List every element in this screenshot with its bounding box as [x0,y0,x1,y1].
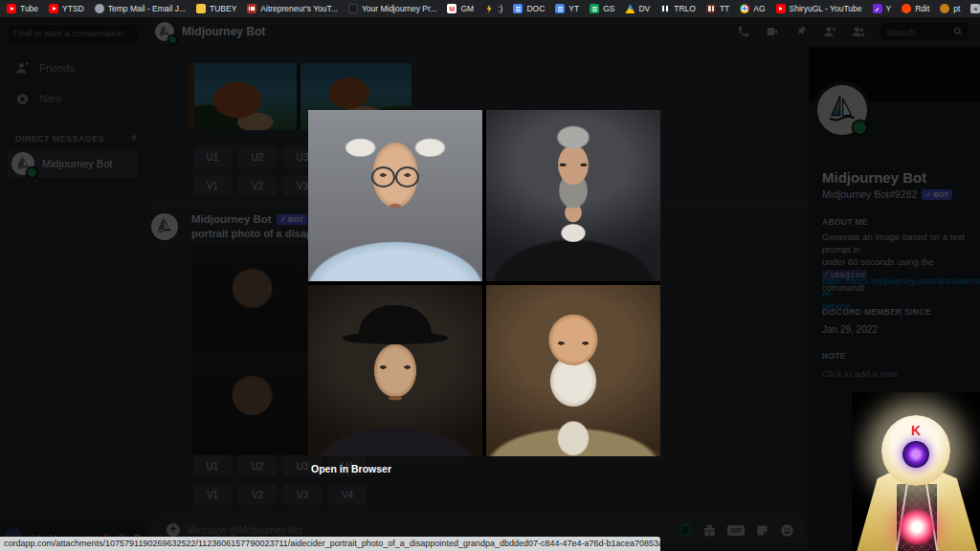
tab-label: TRLO [674,4,696,13]
youtube-icon [49,4,58,13]
browser-tab[interactable]: TRLO [656,1,701,16]
tab-label: Tube [20,4,38,13]
lightning-icon [484,4,494,13]
purple-square-icon: ✓ [873,4,882,13]
tab-label: :) [498,4,502,13]
browser-tab[interactable]: ✓Y [868,1,897,16]
tab-label: TT [720,4,729,13]
mascot-chest-orb [899,509,935,545]
mascot-overlay: K [852,392,980,551]
browser-tab[interactable]: ShiryuGL - YouTube [771,1,867,16]
browser-tab[interactable]: TT [702,1,734,16]
tab-label: Aitrepreneur's YouT... [260,4,338,13]
mail-icon [95,4,104,13]
trello-icon [660,4,670,13]
browser-tab[interactable]: GS [585,1,619,16]
browser-tab[interactable]: Temp Mail - Email J... [90,1,190,16]
browser-tab[interactable]: DV [620,1,655,16]
sheets-icon [590,4,599,13]
glasses-shape [371,166,420,184]
reddit-icon [902,4,911,13]
tab-label: GM [460,4,474,13]
tab-label: pt [953,4,960,13]
browser-tab[interactable]: Your Midjourney Pr... [344,1,442,16]
tab-label: DV [638,4,650,13]
tab-label: AG [753,4,765,13]
browser-tab[interactable]: :) [479,1,507,16]
tab-label: Your Midjourney Pr... [362,4,437,13]
browser-tab[interactable]: MGM [442,1,479,16]
tab-label: Temp Mail - Email J... [108,4,186,13]
browser-tab[interactable]: afr [966,1,980,16]
tab-label: TUBEY [210,4,236,13]
tab-label: DOC [526,4,545,13]
youtube-icon [776,4,786,13]
browser-tab[interactable]: Tube [2,1,43,16]
mascot-k-letter: K [881,423,950,438]
image-preview-modal [308,110,660,456]
browser-tab-strip: Tube YTSD Temp Mail - Email J... TUBEY A… [0,0,980,17]
bowler-hat-shape [359,305,432,340]
drive-icon [625,4,635,13]
browser-tab[interactable]: TUBEY [191,1,241,16]
browser-tab[interactable]: Rdit [897,1,934,16]
portrait-bottom-right[interactable] [486,285,660,456]
book-icon [706,4,716,13]
tab-label: YTSD [62,4,84,13]
portrait-top-left[interactable] [308,110,482,281]
docs-icon [513,4,523,13]
red-chart-icon [247,4,256,13]
screen: Tube YTSD Temp Mail - Email J... TUBEY A… [0,0,980,551]
docs-icon [555,4,565,13]
browser-tab[interactable]: pt [935,1,965,16]
tab-label: ShiryuGL - YouTube [790,4,862,13]
browser-tab[interactable]: Aitrepreneur's YouT... [242,1,343,16]
portrait-bottom-left[interactable] [308,285,482,456]
gmail-icon: M [447,4,457,13]
browser-tab[interactable]: DOC [508,1,549,16]
chrome-icon [740,4,749,13]
portrait-top-right[interactable] [486,110,660,281]
tab-label: YT [568,4,579,13]
browser-tab[interactable]: AG [735,1,769,16]
browser-tab[interactable]: YTSD [44,1,89,16]
tab-label: GS [603,4,614,13]
open-in-browser-link[interactable]: Open in Browser [311,463,391,474]
browser-tab[interactable]: YT [550,1,584,16]
dark-page-icon [348,4,358,13]
mascot-eye [902,441,929,468]
mascot-head: K [881,415,950,486]
tab-label: Y [886,4,892,13]
browser-status-bar: cordapp.com/attachments/1075791190269632… [0,537,660,551]
tab-label: Rdit [915,4,929,13]
amber-icon [940,4,949,13]
youtube-icon [7,4,16,13]
gray-doc-icon: a [970,4,980,13]
yellow-square-icon [196,4,206,13]
